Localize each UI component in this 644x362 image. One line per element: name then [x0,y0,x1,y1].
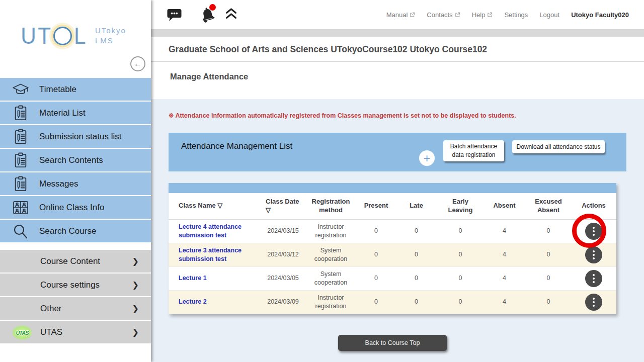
clipboard-icon [9,176,32,192]
early-leaving-count-cell: 0 [438,290,483,314]
sidebar-item-submission-status-list[interactable]: Submission status list [0,125,151,149]
add-attendance-button[interactable]: + [419,150,435,166]
sidebar-item-label: Submission status list [39,132,121,142]
class-date-cell: 2024/03/12 [262,243,304,266]
sidebar-item-online-class-info[interactable]: Online Class Info [0,196,151,220]
lecture-link[interactable]: Lecture 2 [179,298,207,305]
attendance-table-container: Class Name ▽ Class Date ▽ Registration m… [169,183,616,314]
lecture-link[interactable]: Lecture 4 attendance submission test [179,223,242,239]
settings-link-label: Settings [504,11,528,19]
notification-badge-icon [209,4,216,11]
registration-method-cell: Instructor registration [304,290,357,314]
column-header-actions: Actions [571,193,616,219]
video-call-grid-icon [9,201,32,215]
chat-button[interactable] [166,8,183,22]
late-count-cell: 0 [395,219,438,243]
sidebar-item-course-settings[interactable]: Course settings ❯ [0,274,151,297]
utol-logo[interactable]: U T L UTokyo LMS [20,22,126,49]
chevron-right-icon: ❯ [132,280,139,290]
sidebar-item-utas[interactable]: UTAS UTAS ❯ [0,321,151,344]
sidebar-item-label: Search Course [39,226,96,236]
registration-method-cell: System cooperation [304,266,357,290]
sidebar-item-material-list[interactable]: Material List [0,102,151,125]
sidebar-item-search-course[interactable]: Search Course [0,220,151,243]
sidebar-item-timetable[interactable]: Timetable [0,78,151,102]
column-header-absent: Absent [483,193,526,219]
early-leaving-count-cell: 0 [438,266,483,290]
column-header-class-name-sort[interactable]: Class Name ▽ [169,193,262,219]
attendance-notice-text: ※ Attendance information automatically r… [169,112,626,119]
present-count-cell: 0 [357,243,395,266]
chevron-right-icon: ❯ [132,256,139,266]
panel-title: Attendance Management List [181,141,292,151]
late-count-cell: 0 [395,290,438,314]
sidebar: U T L UTokyo LMS ← [0,0,151,362]
column-header-present: Present [357,193,395,219]
registration-method-cell: System cooperation [304,243,357,266]
course-title: Graduate School of Arts and Sciences UTo… [151,37,644,62]
present-count-cell: 0 [357,266,395,290]
topbar-links: Manual Contacts Help Settings Logout U [386,11,629,19]
sidebar-item-label: Course settings [40,280,100,290]
sidebar-item-label: Material List [39,108,86,118]
logout-link[interactable]: Logout [539,11,559,19]
logo-area: U T L UTokyo LMS ← [0,0,151,78]
clipboard-icon [9,152,32,168]
sidebar-item-label: Messages [39,179,78,189]
excused-absent-count-cell: 0 [526,290,571,314]
double-chevron-up-icon [225,8,237,19]
column-header-registration-method: Registration method [304,193,357,219]
row-actions-menu-button[interactable] [585,246,602,263]
column-header-early-leaving: Early Leaving [438,193,483,219]
chevron-right-icon: ❯ [132,304,139,313]
table-row: Lecture 3 attendance submission test 202… [169,243,616,266]
sidebar-secondary-nav: Course Content ❯ Course settings ❯ Other… [0,250,151,344]
lecture-link[interactable]: Lecture 1 [179,275,207,282]
settings-link[interactable]: Settings [504,11,528,19]
table-header-row: Class Name ▽ Class Date ▽ Registration m… [169,193,616,219]
scroll-to-top-button[interactable] [225,8,237,19]
row-actions-menu-button[interactable] [585,270,602,287]
contacts-link[interactable]: Contacts [427,11,460,19]
topbar: Manual Contacts Help Settings Logout U [151,0,644,29]
ellipsis-icon [593,298,595,300]
logo-o-ring-icon [53,27,72,45]
topbar-icons [166,7,237,23]
sidebar-item-course-content[interactable]: Course Content ❯ [0,250,151,274]
lecture-link[interactable]: Lecture 3 attendance submission test [179,247,242,262]
utol-lms-app: U T L UTokyo LMS ← [0,0,644,362]
clipboard-icon [9,105,32,121]
utol-logo-letters: U T L [20,22,87,49]
sidebar-item-messages[interactable]: Messages [0,172,151,196]
help-link[interactable]: Help [472,11,493,19]
late-count-cell: 0 [395,266,438,290]
manual-link-label: Manual [386,11,408,19]
external-link-icon [487,12,493,18]
batch-attendance-registration-button[interactable]: Batch attendance data registration [443,140,504,161]
early-leaving-count-cell: 0 [438,243,483,266]
manual-link[interactable]: Manual [386,11,416,19]
ellipsis-icon [593,274,595,276]
logged-in-user-name: Utokyo Faculty020 [571,11,629,19]
column-header-class-date-sort[interactable]: Class Date ▽ [262,193,304,219]
external-link-icon [455,12,460,18]
logout-link-label: Logout [539,11,559,19]
excused-absent-count-cell: 0 [526,243,571,266]
absent-count-cell: 4 [483,266,526,290]
present-count-cell: 0 [357,219,395,243]
table-row: Lecture 2 2024/03/09 Instructor registra… [169,290,616,314]
chevron-right-icon: ❯ [132,327,139,337]
sidebar-item-label: Other [40,304,62,314]
back-to-course-top-button[interactable]: Back to Course Top [338,335,447,351]
sidebar-item-label: Timetable [39,84,76,95]
sidebar-collapse-button[interactable]: ← [130,56,145,71]
excused-absent-count-cell: 0 [526,266,571,290]
sidebar-item-search-contents[interactable]: Search Contents [0,149,151,172]
download-all-attendance-button[interactable]: Download all attendance status [512,140,605,153]
sidebar-item-other[interactable]: Other ❯ [0,297,151,321]
attendance-management-panel: Attendance Management List + Batch atten… [169,133,626,171]
row-actions-menu-button[interactable] [585,294,602,311]
speech-bubble-icon [166,8,183,22]
external-link-icon [410,12,415,18]
row-actions-menu-button[interactable] [585,223,602,240]
